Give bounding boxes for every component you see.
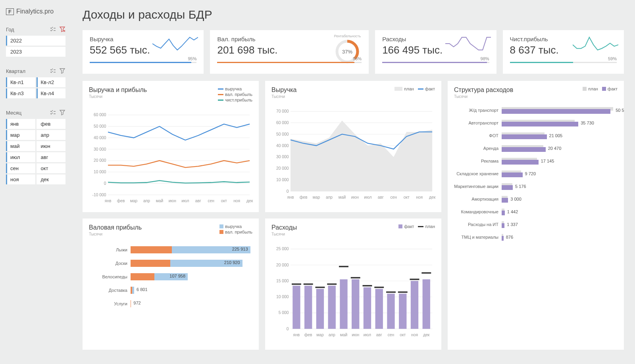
chart-expenses-monthly: РасходыТысячифактплан05 00010 00015 0002…	[265, 218, 441, 350]
svg-text:янв: янв	[293, 333, 300, 337]
svg-rect-80	[328, 286, 336, 329]
sidebar: F Finalytics.pro Год 20222023 Квартал	[0, 0, 71, 364]
expense-row: Амортизация 3 000	[454, 194, 618, 204]
svg-text:июн: июн	[169, 199, 176, 203]
filter-item[interactable]: авг	[37, 152, 66, 162]
gross-profit-row: Доски 210 920	[89, 258, 252, 269]
svg-text:20 000: 20 000	[94, 158, 106, 163]
filter-item[interactable]: окт	[37, 163, 66, 173]
kpi-sparkline	[445, 36, 491, 52]
filter-item[interactable]: Кв-л3	[6, 88, 35, 98]
svg-rect-86	[352, 279, 359, 329]
brand-logo: F Finalytics.pro	[6, 8, 65, 15]
kpi-progress: 98%	[382, 62, 489, 63]
filter-item[interactable]: Кв-л4	[37, 88, 66, 98]
chart-legend: фактплан	[398, 224, 435, 229]
svg-text:50 000: 50 000	[94, 124, 106, 128]
kpi-card: Вал. прибыль 201 698 тыс. Рентабельность…	[210, 30, 369, 74]
svg-text:фев: фев	[117, 199, 125, 203]
multiselect-icon[interactable]	[50, 109, 56, 116]
clear-filter-icon[interactable]	[59, 109, 65, 116]
clear-filter-icon[interactable]	[59, 68, 65, 74]
kpi-card: Выручка 552 565 тыс. 95%	[83, 30, 204, 74]
filter-year-label: Год	[6, 27, 14, 33]
svg-text:май: май	[156, 199, 164, 203]
filter-item[interactable]: Кв-л2	[37, 77, 66, 87]
svg-text:5 000: 5 000	[279, 310, 289, 315]
charts-grid: Выручка и прибыльТысячивыручкавал. прибы…	[83, 81, 624, 350]
filter-item[interactable]: янв	[6, 119, 35, 129]
gross-profit-row: Велосипеды 107 958	[89, 271, 252, 282]
svg-text:60 000: 60 000	[276, 121, 289, 125]
page-title: Доходы и расходы БДР	[83, 8, 624, 21]
svg-rect-98	[399, 294, 406, 329]
expense-row: Аренда 20 470	[454, 143, 618, 153]
svg-text:апр: апр	[143, 199, 150, 203]
svg-text:20 000: 20 000	[276, 166, 289, 171]
svg-text:70 000: 70 000	[276, 109, 289, 113]
svg-rect-101	[411, 281, 418, 329]
svg-rect-104	[423, 279, 430, 329]
filter-item[interactable]: фев	[37, 119, 66, 129]
filter-item[interactable]: Кв-л1	[6, 77, 35, 87]
svg-text:янв: янв	[105, 199, 112, 203]
svg-text:фев: фев	[300, 195, 308, 199]
filter-year: Год 20222023	[6, 26, 65, 57]
svg-text:10 000: 10 000	[276, 295, 289, 299]
filter-item[interactable]: 2023	[6, 47, 65, 57]
svg-text:40 000: 40 000	[276, 144, 289, 148]
filter-item[interactable]: мар	[6, 130, 35, 140]
filter-item[interactable]: июл	[6, 152, 35, 162]
chart-legend: планфакт	[583, 86, 618, 91]
filter-month: Месяц янвфевмарапрмайиюниюлавгсеноктнояд…	[6, 109, 65, 184]
expense-row: Командировочные 1 442	[454, 207, 618, 217]
svg-rect-92	[375, 289, 383, 329]
chart-subtitle: Тысячи	[89, 232, 142, 236]
svg-text:авг: авг	[378, 195, 384, 199]
main: Доходы и расходы БДР Выручка 552 565 тыс…	[71, 0, 635, 364]
multiselect-icon[interactable]	[50, 26, 56, 33]
svg-text:дек: дек	[246, 199, 253, 203]
svg-text:июл: июл	[364, 333, 371, 337]
svg-text:30 000: 30 000	[276, 155, 289, 159]
svg-text:окт: окт	[404, 195, 410, 199]
svg-text:сен: сен	[390, 195, 397, 199]
filter-quarter-label: Квартал	[6, 68, 25, 74]
chart-legend: выручкавал. прибыль	[219, 224, 252, 234]
svg-text:10 000: 10 000	[276, 178, 289, 182]
svg-rect-89	[364, 287, 371, 329]
clear-filter-icon[interactable]	[59, 26, 65, 33]
svg-text:май: май	[339, 195, 346, 199]
svg-text:10 000: 10 000	[94, 170, 106, 174]
kpi-progress: 59%	[510, 62, 617, 63]
kpi-progress: 95%	[217, 62, 362, 63]
svg-text:ноя: ноя	[411, 333, 418, 337]
brand-icon: F	[6, 8, 14, 15]
filter-item[interactable]: июн	[37, 141, 66, 151]
svg-text:20 000: 20 000	[276, 263, 289, 267]
chart-legend: планфакт	[394, 86, 435, 91]
multiselect-icon[interactable]	[50, 68, 56, 74]
filter-item[interactable]: апр	[37, 130, 66, 140]
filter-month-label: Месяц	[6, 110, 21, 116]
svg-text:май: май	[340, 333, 348, 337]
filter-item[interactable]: дек	[37, 174, 66, 184]
filter-item[interactable]: ноя	[6, 174, 35, 184]
chart-title: Валовая прибыль	[89, 224, 142, 231]
chart-gross-profit: Валовая прибыльТысячивыручкавал. прибыль…	[83, 218, 259, 350]
filter-quarter: Квартал Кв-л1Кв-л2Кв-л3Кв-л4	[6, 68, 65, 98]
gross-profit-row: Услуги 972	[89, 298, 252, 309]
svg-text:0: 0	[104, 181, 106, 186]
chart-title: Структура расходов	[454, 86, 513, 94]
filter-item[interactable]: май	[6, 141, 35, 151]
expense-row: Реклама 17 145	[454, 156, 618, 166]
chart-title: Расходы	[271, 224, 297, 231]
svg-text:ноя: ноя	[233, 199, 240, 203]
expense-row: ТМЦ и материалы 876	[454, 232, 618, 242]
svg-rect-95	[387, 294, 394, 329]
chart-revenue-profit: Выручка и прибыльТысячивыручкавал. прибы…	[83, 81, 259, 212]
filter-item[interactable]: 2022	[6, 36, 65, 46]
filter-item[interactable]: сен	[6, 163, 35, 173]
chart-subtitle: Тысячи	[271, 232, 297, 236]
expense-row: Маркетинговые акции 5 176	[454, 181, 618, 192]
